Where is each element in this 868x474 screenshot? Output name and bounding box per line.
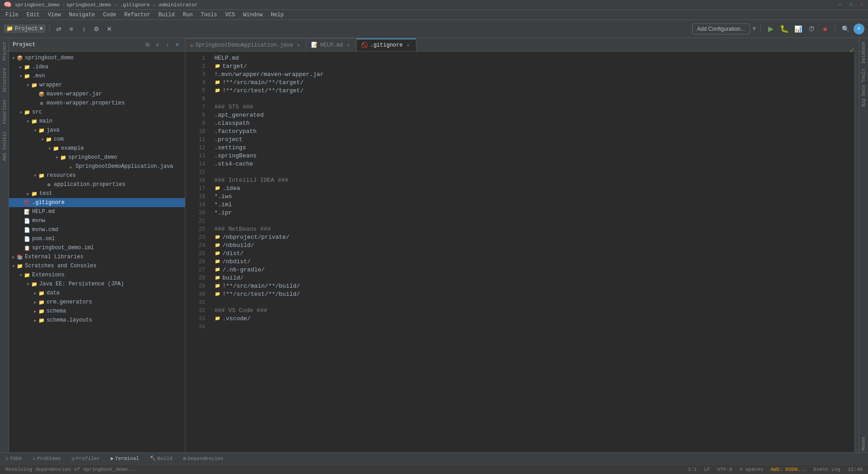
database-tab[interactable]: Database [860, 40, 867, 65]
tree-arrow-data[interactable]: ▶ [33, 290, 38, 296]
tree-arrow-src[interactable]: ▼ [18, 109, 24, 115]
tree-arrow-maven-wrapper.jar[interactable] [33, 91, 38, 97]
menu-item-help[interactable]: Help [267, 11, 288, 19]
add-configuration-button[interactable]: Add Configuration... [692, 24, 750, 34]
tab-springbootdemoapplication-java[interactable]: ☕SpringbootDemoApplication.java✕ [185, 38, 307, 51]
tree-arrow-HELP.md[interactable] [18, 209, 24, 214]
tab--gitignore[interactable]: 🚫.gitignore✕ [357, 38, 416, 51]
profile-button[interactable]: ⏱ [806, 24, 817, 34]
tree-arrow-SpringbootDemoApplication[interactable] [61, 164, 67, 169]
bottom-tab-terminal[interactable]: ▶Terminal [109, 455, 141, 462]
tree-arrow-External Libraries[interactable]: ▶ [11, 254, 16, 260]
status-aws[interactable]: AWS: DSDN... [769, 467, 808, 472]
tree-arrow-com[interactable]: ▼ [40, 137, 45, 142]
menu-item-edit[interactable]: Edit [23, 11, 43, 19]
bottom-tab-profiler[interactable]: ◎Profiler [70, 455, 101, 462]
tree-arrow-Extensions[interactable]: ▼ [18, 272, 24, 278]
tree-item-schema-layouts[interactable]: ▶📁schema.layouts [9, 316, 185, 325]
maven-tab[interactable]: Maven [860, 435, 867, 452]
tree-arrow-test[interactable]: ▶ [25, 191, 31, 196]
bottom-tab-build[interactable]: 🔨Build [148, 455, 174, 462]
tree-item--gitignore[interactable]: 🚫.gitignore [9, 198, 185, 207]
tree-item-resources[interactable]: ▼📁resources [9, 171, 185, 180]
close-panel-button[interactable]: ✕ [104, 24, 115, 34]
tree-arrow-resources[interactable]: ▼ [33, 173, 38, 178]
menu-item-view[interactable]: View [44, 11, 65, 19]
status-position[interactable]: 1:1 [686, 467, 699, 472]
settings-button[interactable]: ⚙ [91, 24, 102, 34]
minimize-button[interactable]: ─ [837, 2, 843, 8]
status-indent[interactable]: 4 spaces [738, 467, 765, 472]
tree-arrow-mvnw.cmd[interactable] [18, 227, 24, 232]
tree-item-java[interactable]: ▼📁java [9, 126, 185, 135]
left-panel-aws-toolkit[interactable]: AWS Toolkit [0, 128, 9, 165]
coverage-button[interactable]: 📊 [793, 24, 803, 34]
file-tree[interactable]: ▼📦springboot_demo▶📁.idea▼📁.mvn▼📁wrapper📦… [9, 52, 185, 452]
tree-arrow-maven-wrapper.properties[interactable] [33, 100, 38, 106]
bottom-tab-dependencies[interactable]: ⊞Dependencies [181, 455, 225, 462]
code-editor[interactable]: HELP.md📁target/!.mvn/wrapper/maven-wrapp… [207, 52, 854, 452]
tree-item-idea[interactable]: ▶📁.idea [9, 62, 185, 71]
tree-arrow-pom.xml[interactable] [18, 236, 24, 242]
tree-item-src[interactable]: ▼📁src [9, 108, 185, 117]
project-tab-label[interactable]: Project [0, 38, 9, 64]
tree-item-extensions[interactable]: ▼📁Extensions [9, 270, 185, 280]
tree-item-application-properties[interactable]: ⚙application.properties [9, 180, 185, 189]
tree-item-springboot-demo[interactable]: ▼📦springboot_demo [9, 53, 185, 62]
tree-item-mvnw[interactable]: 📄mvnw [9, 216, 185, 225]
tree-arrow-schema.layouts[interactable]: ▶ [33, 318, 38, 323]
menu-item-refactor[interactable]: Refactor [121, 11, 154, 19]
bottom-tab-problems[interactable]: ⚠Problems [31, 455, 62, 462]
tree-item-springboot-demo-pkg[interactable]: ▼📁springboot_demo [9, 153, 185, 162]
tree-item-main[interactable]: ▼📁main [9, 117, 185, 126]
menu-item-navigate[interactable]: Navigate [65, 11, 99, 19]
tree-item-springbootdemoapplication[interactable]: ☕SpringbootDemoApplication.java [9, 162, 185, 171]
tree-item-com[interactable]: ▼📁com [9, 135, 185, 144]
tree-item-wrapper[interactable]: ▼📁wrapper [9, 81, 185, 90]
tree-arrow-mvnw[interactable] [18, 218, 24, 223]
add-config-dropdown[interactable]: ▼ [753, 26, 756, 32]
panel-close-icon[interactable]: ✕ [173, 41, 181, 49]
debug-button[interactable]: 🐛 [779, 24, 790, 34]
tree-arrow-java[interactable]: ▼ [33, 128, 38, 133]
menu-item-run[interactable]: Run [179, 11, 196, 19]
tab-close-button[interactable]: ✕ [295, 42, 302, 48]
tree-arrow-springboot_demo.iml[interactable] [18, 245, 24, 251]
collapse-all-button[interactable]: ≡ [66, 24, 77, 34]
tree-arrow-Java EE Persistence (JPA)[interactable]: ▼ [25, 281, 31, 287]
tree-arrow-idea[interactable]: ▶ [18, 64, 24, 70]
tree-item-help-md[interactable]: 📝HELP.md [9, 207, 185, 216]
tree-item-test[interactable]: ▶📁test [9, 189, 185, 198]
menu-item-code[interactable]: Code [99, 11, 120, 19]
status-line-ending[interactable]: LF [702, 467, 712, 472]
tree-item-mvn[interactable]: ▼📁.mvn [9, 71, 185, 81]
tree-arrow-orm.generators[interactable]: ▶ [33, 299, 38, 305]
tab-close-button[interactable]: ✕ [345, 42, 352, 48]
tree-arrow-.gitignore[interactable] [18, 200, 24, 205]
maximize-button[interactable]: □ [848, 2, 854, 8]
tree-item-orm-generators[interactable]: ▶📁orm.generators [9, 298, 185, 307]
menu-item-file[interactable]: File [2, 11, 22, 19]
tree-arrow-example[interactable]: ▼ [47, 146, 52, 151]
panel-expand-icon[interactable]: ↕ [163, 41, 171, 49]
big-data-tools-tab[interactable]: Big Data Tools [860, 67, 867, 109]
panel-collapse-icon[interactable]: ≡ [153, 41, 161, 49]
expand-button[interactable]: ↕ [79, 24, 90, 34]
panel-settings-icon[interactable]: ⚙ [143, 41, 151, 49]
status-encoding[interactable]: UTF-8 [716, 467, 734, 472]
tree-item-java-ee-persistence--jpa-[interactable]: ▼📁Java EE: Persistence (JPA) [9, 280, 185, 289]
tree-arrow-main[interactable]: ▼ [25, 118, 31, 124]
tree-item-data[interactable]: ▶📁data [9, 289, 185, 298]
tree-item-pom-xml[interactable]: 📄pom.xml [9, 234, 185, 243]
bottom-tab-todo[interactable]: ☑TODO [4, 455, 24, 462]
tab-close-button[interactable]: ✕ [405, 42, 411, 48]
left-panel-favorites[interactable]: Favorites [0, 96, 9, 128]
run-button[interactable]: ▶ [765, 24, 776, 34]
tree-arrow-mvn[interactable]: ▼ [18, 73, 24, 79]
tree-item-example[interactable]: ▼📁example [9, 144, 185, 153]
tree-item-schema[interactable]: ▶📁schema [9, 307, 185, 316]
menu-item-vcs[interactable]: VCS [222, 11, 239, 19]
status-event-log[interactable]: Event Log [812, 467, 842, 472]
menu-item-tools[interactable]: Tools [197, 11, 221, 19]
close-button[interactable]: ✕ [859, 2, 864, 8]
